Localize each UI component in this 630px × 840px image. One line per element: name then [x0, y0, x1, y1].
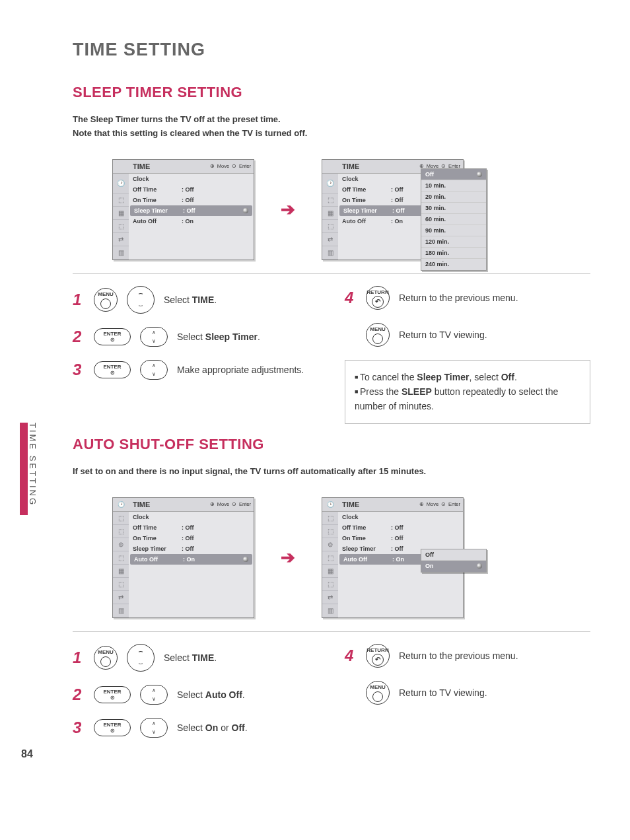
menu-button[interactable]: MENU	[366, 323, 390, 347]
hint-enter: Enter	[239, 501, 251, 507]
strip-icon: ▥	[322, 604, 338, 617]
menu-val: : Off	[182, 545, 208, 552]
autooff-option[interactable]: Off	[425, 551, 434, 558]
strip-icon: ⇄	[322, 591, 338, 604]
strip-icon: ⬚	[113, 551, 129, 565]
menu-row-sleeptimer: Sleep Timer	[342, 545, 391, 552]
dpad-icon[interactable]	[127, 644, 155, 672]
hint-move: Move	[427, 501, 438, 507]
enter-button[interactable]: ENTER⊙	[94, 719, 131, 736]
menu-button[interactable]: MENU	[94, 646, 118, 670]
return-button[interactable]: RETURN↶	[366, 644, 390, 668]
clock-icon: 🕑	[113, 174, 129, 193]
menu-row-offtime: Off Time	[133, 524, 182, 531]
menu-row-autooff: Auto Off	[134, 556, 183, 563]
menu-val: : Off	[391, 535, 417, 542]
menu-row-autooff: Auto Off	[133, 218, 182, 225]
menu-row-sleeptimer: Sleep Timer	[343, 207, 392, 214]
strip-icon: ⬚	[322, 220, 338, 233]
sleep-timer-intro: The Sleep Timer turns the TV off at the …	[73, 113, 590, 141]
menu-row-ontime: On Time	[133, 535, 182, 542]
autooff-option[interactable]: On	[425, 563, 434, 569]
dpad-updown-icon[interactable]: ∧∨	[140, 360, 168, 380]
tips-box: To cancel the Sleep Timer, select Off. P…	[345, 360, 590, 424]
menu-row-clock: Clock	[133, 514, 182, 520]
menu-val: : On	[183, 556, 209, 563]
section-sleep-timer-title: SLEEP TIMER SETTING	[73, 84, 590, 101]
strip-icon: ⬚	[322, 512, 338, 525]
menu-row-autooff: Auto Off	[343, 556, 392, 563]
strip-icon: ⬚	[113, 578, 129, 591]
menu-row-offtime: Off Time	[342, 186, 391, 193]
step-text: Select On or Off.	[177, 722, 318, 733]
intro-line: Note that this setting is cleared when t…	[73, 128, 307, 138]
menu-row-ontime: On Time	[342, 197, 391, 203]
step-text: Return to the previous menu.	[399, 293, 590, 303]
hint-move: Move	[217, 163, 229, 169]
dpad-updown-icon[interactable]: ∧∨	[140, 327, 168, 347]
time-menu-panel: TIME ⊕Move⊙Enter 🕑 ⬚ ▦ ⬚ ⇄ ▥ Clock Off T…	[112, 159, 254, 260]
menu-row-autooff: Auto Off	[342, 218, 391, 225]
sleep-option[interactable]: 240 min.	[425, 261, 449, 267]
step-text: Select Sleep Timer.	[177, 332, 318, 342]
strip-icon: ⬚	[322, 525, 338, 538]
sleep-option[interactable]: 180 min.	[425, 250, 449, 256]
menu-val: : Off	[182, 535, 208, 542]
menu-val: : On	[391, 218, 417, 225]
step-text: Return to TV viewing.	[399, 330, 590, 340]
strip-icon: ▦	[322, 565, 338, 578]
strip-icon: ⬚	[322, 193, 338, 207]
menu-row-clock: Clock	[342, 514, 391, 520]
step-number: 1	[73, 291, 85, 309]
menu-button[interactable]: MENU	[94, 288, 118, 312]
strip-icon: ⬚	[322, 578, 338, 591]
dpad-icon[interactable]	[127, 286, 155, 314]
step-text: Select TIME.	[164, 295, 318, 305]
dpad-updown-icon[interactable]: ∧∨	[140, 685, 168, 705]
menu-row-sleeptimer: Sleep Timer	[133, 545, 182, 552]
menu-val: : Off	[391, 545, 417, 552]
sleep-option[interactable]: 60 min.	[425, 216, 446, 223]
autooff-popup: Off On	[421, 549, 487, 573]
sleep-timer-popup: Off 10 min. 20 min. 30 min. 60 min. 90 m…	[421, 168, 487, 271]
dpad-updown-icon[interactable]: ∧∨	[140, 718, 168, 738]
return-button[interactable]: RETURN↶	[366, 286, 390, 310]
strip-icon: ⬚	[113, 512, 129, 525]
menu-row-offtime: Off Time	[342, 524, 391, 531]
strip-icon: ⊚	[113, 538, 129, 551]
step-text: Select Auto Off.	[177, 689, 318, 700]
menu-val: : Off	[391, 524, 417, 531]
enter-button[interactable]: ENTER⊙	[94, 361, 131, 378]
menu-val: : Off	[182, 186, 208, 193]
strip-icon: ⇄	[113, 591, 129, 604]
strip-icon: ▦	[113, 565, 129, 578]
menu-row-ontime: On Time	[133, 197, 182, 203]
menu-val: : Off	[183, 207, 209, 214]
hint-enter: Enter	[239, 163, 251, 169]
strip-icon: ⇄	[322, 233, 338, 246]
menu-header: TIME	[129, 160, 175, 173]
step-text: Return to TV viewing.	[399, 687, 590, 698]
arrow-right-icon: ➔	[281, 547, 295, 568]
sleep-option[interactable]: 120 min.	[425, 238, 449, 245]
menu-button[interactable]: MENU	[366, 681, 390, 705]
enter-button[interactable]: ENTER⊙	[94, 328, 131, 345]
step-number: 4	[345, 647, 357, 665]
intro-line: The Sleep Timer turns the TV off at the …	[73, 114, 281, 124]
step-number: 2	[73, 685, 85, 704]
strip-icon: ▥	[322, 246, 338, 260]
strip-icon: ▦	[113, 207, 129, 220]
side-tab: TIME SETTING	[20, 423, 33, 515]
sleep-option[interactable]: 10 min.	[425, 182, 446, 189]
sleep-option[interactable]: 90 min.	[425, 227, 446, 234]
enter-button[interactable]: ENTER⊙	[94, 686, 131, 703]
menu-header: TIME	[338, 160, 384, 173]
menu-val: : Off	[391, 186, 417, 193]
strip-icon: ▥	[113, 246, 129, 260]
selected-dot-icon	[243, 557, 248, 562]
sleep-option[interactable]: 20 min.	[425, 193, 446, 200]
sleep-option[interactable]: 30 min.	[425, 205, 446, 211]
sleep-option[interactable]: Off	[425, 171, 434, 178]
step-text: Return to the previous menu.	[399, 650, 590, 661]
step-number: 3	[73, 361, 85, 379]
